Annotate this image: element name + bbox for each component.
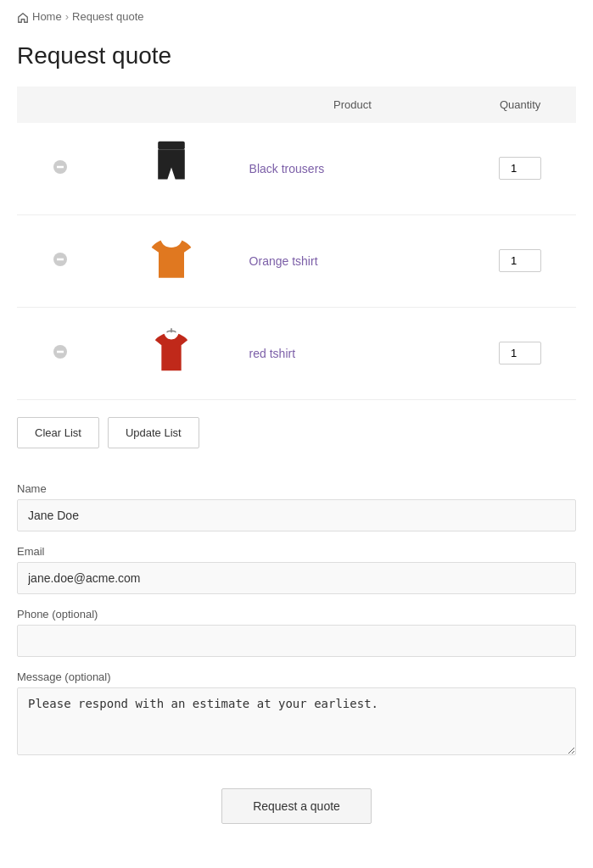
- product-name-cell: Black trousers: [241, 123, 465, 215]
- update-list-button[interactable]: Update List: [108, 417, 199, 448]
- product-image-cell: [103, 307, 240, 399]
- breadcrumb-separator: ›: [65, 10, 69, 23]
- email-field-group: Email: [17, 545, 576, 594]
- message-field-group: Message (optional): [17, 670, 576, 758]
- quantity-input[interactable]: [499, 157, 541, 180]
- quote-table: Product Quantity Black trousers: [17, 86, 576, 400]
- home-icon: [17, 10, 29, 24]
- remove-icon: [53, 159, 68, 175]
- product-image-cell: [103, 214, 240, 307]
- phone-input[interactable]: [17, 625, 576, 657]
- clear-list-button[interactable]: Clear List: [17, 417, 99, 448]
- quantity-col-header: Quantity: [464, 86, 576, 123]
- email-label: Email: [17, 545, 576, 558]
- svg-rect-2: [159, 141, 186, 148]
- remove-cell: [17, 123, 103, 215]
- product-image-cell: [103, 123, 240, 215]
- table-row: Black trousers: [17, 123, 576, 215]
- table-row: Orange tshirt: [17, 214, 576, 307]
- product-image: [150, 232, 193, 287]
- name-input[interactable]: [17, 499, 576, 531]
- breadcrumb-home-link[interactable]: Home: [32, 10, 62, 23]
- phone-field-group: Phone (optional): [17, 608, 576, 657]
- quantity-input[interactable]: [499, 342, 541, 364]
- product-image: [150, 140, 193, 195]
- product-name-link[interactable]: Orange tshirt: [249, 254, 318, 268]
- quantity-cell: [464, 214, 576, 307]
- name-label: Name: [17, 482, 576, 495]
- remove-item-button[interactable]: [53, 344, 68, 362]
- message-label: Message (optional): [17, 670, 576, 683]
- quote-form: Name Email Phone (optional) Message (opt…: [0, 465, 593, 758]
- product-name-cell: Orange tshirt: [241, 214, 465, 307]
- table-actions: Clear List Update List: [0, 400, 593, 465]
- img-col-header: [103, 86, 240, 123]
- product-name-cell: red tshirt: [241, 307, 465, 399]
- remove-icon: [53, 344, 68, 359]
- remove-cell: [17, 214, 103, 307]
- submit-button[interactable]: Request a quote: [221, 788, 372, 824]
- page-title: Request quote: [0, 34, 593, 86]
- product-image: [150, 325, 193, 380]
- product-col-header: Product: [241, 86, 465, 123]
- email-input[interactable]: [17, 562, 576, 594]
- submit-row: Request a quote: [0, 771, 593, 841]
- message-input[interactable]: [17, 687, 576, 755]
- breadcrumb-current: Request quote: [72, 10, 144, 23]
- name-field-group: Name: [17, 482, 576, 531]
- quantity-cell: [464, 307, 576, 399]
- remove-col-header: [17, 86, 103, 123]
- product-name-link[interactable]: Black trousers: [249, 162, 325, 175]
- phone-label: Phone (optional): [17, 608, 576, 620]
- quantity-cell: [464, 123, 576, 215]
- breadcrumb: Home › Request quote: [0, 0, 593, 34]
- remove-item-button[interactable]: [53, 159, 68, 177]
- quantity-input[interactable]: [499, 249, 541, 272]
- remove-cell: [17, 307, 103, 399]
- remove-item-button[interactable]: [53, 252, 68, 270]
- product-name-link[interactable]: red tshirt: [249, 347, 295, 360]
- remove-icon: [53, 252, 68, 267]
- table-row: red tshirt: [17, 307, 576, 399]
